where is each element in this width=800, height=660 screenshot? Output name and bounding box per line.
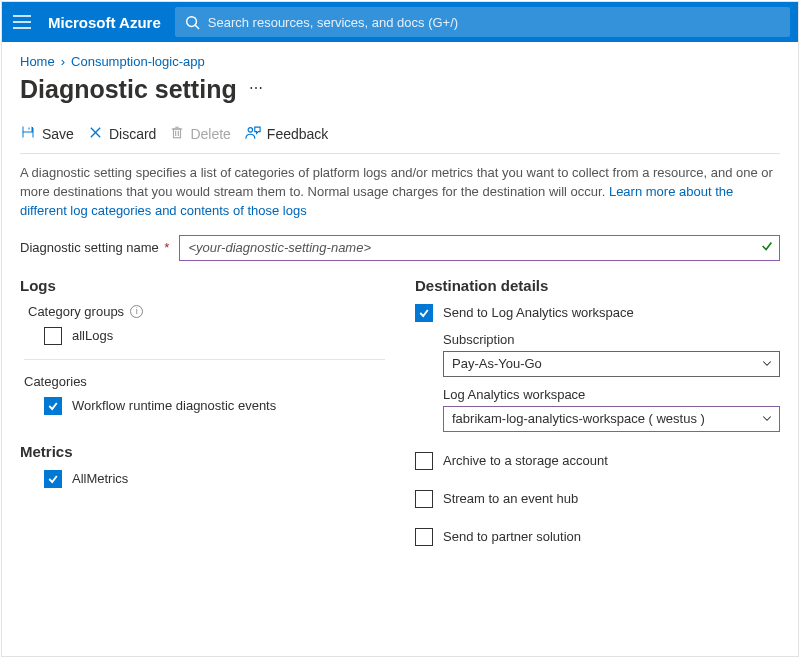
hamburger-menu[interactable] <box>10 10 34 34</box>
chevron-down-icon <box>761 357 773 372</box>
metrics-heading: Metrics <box>20 443 385 460</box>
discard-button[interactable]: Discard <box>88 125 156 143</box>
more-actions-button[interactable]: ⋯ <box>249 80 263 100</box>
breadcrumb-home[interactable]: Home <box>20 54 55 69</box>
destination-heading: Destination details <box>415 277 780 294</box>
logs-heading: Logs <box>20 277 385 294</box>
stream-eventhub-label: Stream to an event hub <box>443 491 578 506</box>
command-bar: Save Discard Delete Feedback <box>20 120 780 154</box>
categories-label: Categories <box>24 374 385 389</box>
archive-storage-checkbox[interactable] <box>415 452 433 470</box>
workspace-select[interactable]: fabrikam-log-analytics-workspace ( westu… <box>443 406 780 432</box>
svg-rect-7 <box>28 127 30 130</box>
chevron-down-icon <box>761 412 773 427</box>
save-label: Save <box>42 126 74 142</box>
allmetrics-checkbox[interactable] <box>44 470 62 488</box>
svg-point-3 <box>186 16 196 26</box>
feedback-label: Feedback <box>267 126 328 142</box>
setting-name-input[interactable] <box>179 235 780 261</box>
svg-rect-10 <box>174 129 181 138</box>
subscription-select[interactable]: Pay-As-You-Go <box>443 351 780 377</box>
page-title: Diagnostic setting <box>20 75 237 104</box>
setting-name-label: Diagnostic setting name * <box>20 240 169 255</box>
save-button[interactable]: Save <box>20 124 74 143</box>
workflow-runtime-checkbox[interactable] <box>44 397 62 415</box>
discard-icon <box>88 125 103 143</box>
workspace-label: Log Analytics workspace <box>443 387 780 402</box>
feedback-button[interactable]: Feedback <box>245 125 328 143</box>
breadcrumb: Home › Consumption-logic-app <box>20 54 780 69</box>
delete-icon <box>170 125 184 143</box>
workspace-value: fabrikam-log-analytics-workspace ( westu… <box>452 411 705 426</box>
stream-eventhub-checkbox[interactable] <box>415 490 433 508</box>
svg-line-4 <box>195 25 199 29</box>
feedback-icon <box>245 125 261 143</box>
discard-label: Discard <box>109 126 156 142</box>
breadcrumb-separator: › <box>61 54 65 69</box>
description-text: A diagnostic setting specifies a list of… <box>20 164 780 221</box>
alllogs-checkbox[interactable] <box>44 327 62 345</box>
allmetrics-label: AllMetrics <box>72 471 128 486</box>
subscription-label: Subscription <box>443 332 780 347</box>
validation-check-icon <box>760 239 774 256</box>
send-log-analytics-label: Send to Log Analytics workspace <box>443 305 634 320</box>
category-groups-label: Category groups i <box>28 304 385 319</box>
workflow-runtime-label: Workflow runtime diagnostic events <box>72 398 276 413</box>
archive-storage-label: Archive to a storage account <box>443 453 608 468</box>
save-icon <box>20 124 36 143</box>
subscription-value: Pay-As-You-Go <box>452 356 542 371</box>
delete-label: Delete <box>190 126 230 142</box>
breadcrumb-resource[interactable]: Consumption-logic-app <box>71 54 205 69</box>
svg-rect-6 <box>24 133 32 138</box>
svg-point-15 <box>248 127 252 131</box>
info-icon[interactable]: i <box>130 305 143 318</box>
send-partner-checkbox[interactable] <box>415 528 433 546</box>
brand-label: Microsoft Azure <box>48 14 161 31</box>
send-log-analytics-checkbox[interactable] <box>415 304 433 322</box>
search-input[interactable] <box>208 15 780 30</box>
send-partner-label: Send to partner solution <box>443 529 581 544</box>
alllogs-label: allLogs <box>72 328 113 343</box>
delete-button: Delete <box>170 125 230 143</box>
global-search[interactable] <box>175 7 790 37</box>
